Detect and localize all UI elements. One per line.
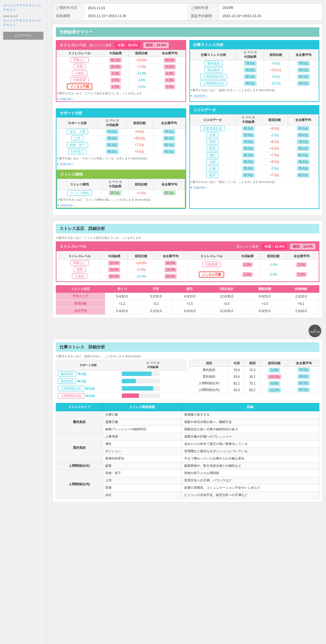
sl-label: メンタル不調 [57,84,103,90]
sd-level-title: ストレスレベル [60,244,86,249]
sdl-avg: 60.0% [154,273,186,280]
sdr-prev: -3.0% [260,260,286,270]
resilience-table: ストレス耐性 低 平均 高 今回結果 前回比較 [57,179,185,197]
cc-prev: +8.0点 [262,139,288,145]
stress-type-table: ストレスタイプ ストレス要因候補 詳細 量的負担 仕事の量 業務量が多すぎる 過… [56,403,319,499]
today-badge: 今回：10.0% [115,42,140,48]
sdl-today: 25.0% [101,266,128,273]
sdr-avg: 2.0% [286,260,317,270]
sidebar-link-1[interactable]: タイトルテキストタイトルテキスト [3,3,43,12]
stt-col-type: ストレスタイプ [56,403,103,411]
sp-label: 社外窓口 [57,149,98,155]
stt-detail-3-2: 部署の雰囲気、コミュニケーション不全やいじめなど [181,484,319,492]
ws-detail-link[interactable]: ▼ 詳細分析へ [190,94,208,97]
cc-detail-link[interactable]: ▼ 詳細分析へ [190,186,208,189]
page-top-button[interactable]: ▲ PAGE TOP [309,325,321,337]
sidebar: タイトルテキストタイトルテキスト 2015.12.15 タイトルテキストタイトル… [0,0,47,510]
wss-avg-0: 78.0点 [288,367,319,373]
cc-prev: +9.0点 [262,125,288,132]
cc-label: 活躍 [190,159,235,165]
wss-label-2: 人間関係(社外) [189,380,229,387]
cc-today: 35.0点 [235,132,262,139]
stt-desc-0-2: 納期プレッシャーや臨時対応 [103,426,181,433]
cc-avg: 36.0点 [288,145,318,152]
wss-label-0: 量的負担 [189,367,229,373]
summary-grid-2: サポート分析 サポート分析 低 平均 高 今回結果 [56,105,319,209]
sdl-label: 初期 [58,266,101,273]
rs-detail-link[interactable]: ▼ 詳細分析へ [57,204,75,207]
ws-prev: -12.0点 [263,80,288,87]
cc-label: 採用 [190,139,235,145]
logout-button[interactable]: ログアウト [3,32,43,40]
sp-col-prev: 前回比較 [126,118,153,129]
main-content: ご契約年月日 2015.11.01 ご契約年度 2015年 回答期間 2015.… [49,0,326,510]
stt-desc-1-2: ポジション [103,448,181,455]
sp-prev: +7.0点 [126,142,153,149]
stt-desc-3-3: 会社 [103,492,181,499]
sp-today: 78.0点 [98,129,126,135]
score-col-3: 疲労 [173,285,207,293]
sp-avg: 36.0点 [153,135,185,142]
stress-detail-header: ストレス反応 詳細分析 [56,224,319,233]
rs-col-avg: 全企業平均 [154,179,185,190]
sdr-label: メンタル不調 [189,270,235,280]
ws-prev: -8.0点 [263,74,288,80]
stt-detail-0-1: 残業や休日出勤が多い、睡眠不足 [181,419,319,426]
ws-prev: -5.0点 [263,60,288,67]
sl-today: 65.0% [103,57,128,64]
bt-bar-3 [120,392,186,400]
cc-prev: -2.0点 [262,132,288,139]
response-period-value: 2015.11.15〜2015.11.30 [85,12,188,20]
support-table: サポート分析 低 平均 高 今回結果 前回比較 全企業平均 [56,117,186,155]
interview-label: 面談予約期間 [188,12,219,20]
cc-today: 35.0点 [235,165,262,172]
score-val-1-0: +1.2 [105,300,139,307]
sl-label: 心身症 [57,70,103,77]
sl-label: 問題なし [57,57,103,64]
sdr-col-avg: 全企業平均 [286,253,317,260]
work-stress-detail-header: 仕事ストレス 詳細分析 [56,342,319,352]
cc-label: 従業員満足度 [190,125,235,132]
sp-label: 上司 [57,135,98,142]
wss-avg-1: 36.0点 [288,373,319,380]
support-header: サポート分析 [56,109,186,117]
inquiry-year-value: 2015年 [219,4,323,12]
cc-col-avg: 全企業平均 [288,115,318,125]
score-val-0-3: 12.6/30.0 [207,293,247,300]
cc-prev: -2.0点 [262,165,288,172]
page-top-area: ▲ PAGE TOP [52,323,323,339]
score-col-6: 自律神経 [283,285,319,293]
ws-today: 82.0点 [237,74,263,80]
rs-prev: +1.9点 [128,190,154,197]
summary-header: 分析結果サマリー [56,27,319,37]
score-val-2-3: 12.6/30.0 [207,307,247,315]
sd-right-table: ストレスレベル 今回結果 前回比較 全企業平均 行動変調 2.0% -3.0% … [188,253,317,280]
response-period-label: 回答期間 [53,12,85,20]
wss-today-1: 35.6 [229,373,244,380]
col-prev: 前回比較 [128,50,154,57]
score-summary-table: ストレス反応抑うつ不安疲労3項目合計睡眠状態自律神経 平均スコア5.4/10.0… [56,285,319,315]
sdr-col-today: 今回結果 [235,253,260,260]
bar-chart-area: サポート分析 低 平均 高 今回結果 量的負担 78. [56,360,186,400]
bt-bar-1 [120,378,186,385]
sp-detail-link[interactable]: ▼ 詳細分析へ [56,163,74,166]
stress-level-table: ストレスレベル 今回結果 前回比較 全企業平均 問題なし 65.0% +10.0… [56,50,186,90]
sp-today: 45.0点 [98,149,126,155]
stress-detail-link[interactable]: ▼ 詳細分析へ [56,97,74,101]
cc-col-prev: 前回比較 [262,115,288,125]
inquiry-year-label: ご契約年度 [188,4,219,12]
ws-col-today: 今回結果 [244,55,257,58]
stt-detail-2-0: 顧客関係や、取引先担当者との相性など [181,462,319,470]
wss-label-3: 人間関係(社内) [189,387,229,393]
cc-today: 45.0点 [235,159,262,165]
sidebar-link-2[interactable]: タイトルテキストタイトルテキスト [3,18,43,27]
bt-col-support: サポート分析 [56,360,120,371]
stt-detail-3-0: 同僚や部下との人間関係 [181,470,319,477]
wss-prev-3: 50.2 [244,387,260,393]
score-val-0-2: 4.0/10.0 [173,293,207,300]
stress-level-header: ストレスレベル 高ストレス者率 今回：10.0% 前回：10.0% [56,41,186,50]
sl-label: 初期 [57,64,103,70]
work-stress-header: 仕事ストレス分析 [190,41,319,49]
score-col-5: 睡眠状態 [246,285,283,293]
score-col-2: 不安 [139,285,173,293]
